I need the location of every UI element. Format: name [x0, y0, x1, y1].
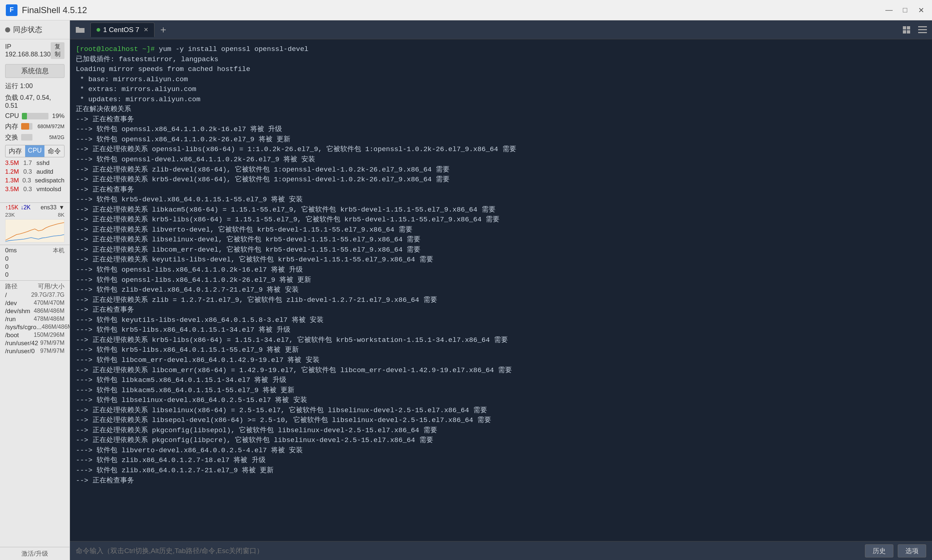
tab-memory[interactable]: 内存	[5, 145, 25, 157]
disk-path: /	[5, 292, 31, 299]
app-title: FinalShell 4.5.12	[22, 5, 884, 15]
terminal-line: --> 正在处理依赖关系 libverto-devel, 它被软件包 krb5-…	[76, 226, 413, 234]
disk-col-path: 路径	[5, 282, 17, 291]
disk-header: 路径 可用/大小	[5, 282, 65, 291]
terminal-line: --> 正在处理依赖关系 libkacm5(x86-64) = 1.15.1-5…	[76, 206, 496, 214]
command-input[interactable]	[76, 547, 861, 555]
svg-rect-6	[918, 32, 927, 33]
svg-rect-3	[907, 30, 910, 34]
disk-section: 路径 可用/大小 / 29.7G/37.7G /dev 470M/470M /d…	[0, 280, 69, 547]
terminal-line: ---> 软件包 openssl.x86_64.1.1.0.2k-16.el7 …	[76, 125, 282, 133]
terminal-line: --> 正在检查事务	[76, 477, 134, 485]
terminal-line: ---> 软件包 zlib.x86_64.0.1.2.7-18.el7 将被 升…	[76, 456, 266, 464]
memory-value: 680M/972M	[35, 123, 65, 129]
latency-zero-rows3: 0	[5, 271, 65, 279]
net-upload: ↑15K	[5, 204, 18, 211]
terminal-line: --> 正在处理依赖关系 openssl-libs(x86-64) = 1:1.…	[76, 145, 516, 153]
terminal-line: ---> 软件包 zlib-devel.x86_64.0.1.2.7-21.el…	[76, 286, 299, 294]
terminal-line: --> 正在处理依赖关系 zlib-devel(x86-64), 它被软件包 1…	[76, 166, 450, 174]
sidebar: 同步状态 IP 192.168.88.130 复制 系统信息 运行 1:00 负…	[0, 20, 70, 560]
latency-value: 0ms	[5, 247, 17, 254]
proc-cpu: 0.3	[23, 186, 37, 193]
maximize-button[interactable]: □	[900, 5, 910, 15]
terminal-line: ---> 软件包 libverto-devel.x86_64.0.0.2.5-4…	[76, 446, 303, 454]
titlebar: F FinalShell 4.5.12 — □ ✕	[0, 0, 932, 20]
disk-size: 150M/296M	[34, 332, 65, 339]
disk-path: /sys/fs/cgro...	[5, 324, 42, 331]
terminal-line: ---> 软件包 keyutils-libs-devel.x86_64.0.1.…	[76, 316, 324, 324]
options-button[interactable]: 选项	[898, 545, 926, 557]
disk-size: 486M/486M	[42, 324, 69, 331]
terminal-line: Loading mirror speeds from cached hostfi…	[76, 65, 250, 73]
latency-v1: 0	[5, 255, 8, 263]
network-section: ↑15K ↓2K ens33 ▼ 23K 8K	[0, 202, 69, 245]
tab-command[interactable]: 命令	[45, 145, 64, 157]
terminal-line: --> 正在处理依赖关系 libselinux(x86-64) = 2.5-15…	[76, 406, 487, 414]
net-dropdown-icon[interactable]: ▼	[59, 204, 65, 211]
sync-status: 同步状态	[0, 20, 69, 39]
app-icon: F	[6, 5, 17, 16]
disk-path: /run/user/0	[5, 348, 40, 355]
terminal-line: --> 正在处理依赖关系 krb5-libs(x86-64) = 1.15.1-…	[76, 215, 499, 223]
process-list: 3.5M 1.7 sshd 1.2M 0.3 auditd 1.3M 0.3 s…	[0, 159, 69, 202]
proc-mem: 1.2M	[5, 168, 23, 175]
folder-button[interactable]	[73, 23, 88, 36]
disk-item: /boot 150M/296M	[5, 331, 65, 339]
terminal-line: * extras: mirrors.aliyun.com	[76, 85, 196, 93]
minimize-button[interactable]: —	[884, 5, 894, 15]
terminal-line: ---> 软件包 libkacm5.x86_64.0.1.15.1-55.el7…	[76, 386, 294, 394]
terminal-line: --> 正在处理依赖关系 libcom_err-devel, 它被软件包 krb…	[76, 246, 421, 254]
disk-item: /run/user/42 97M/97M	[5, 339, 65, 348]
net-mid: 8K	[58, 212, 65, 218]
sync-label: 同步状态	[13, 25, 42, 35]
tab-centos7[interactable]: 1 CentOS 7 ✕	[90, 23, 154, 37]
swap-value: 5M/2G	[35, 134, 65, 140]
terminal-line: --> 正在检查事务	[76, 115, 134, 123]
new-tab-button[interactable]: +	[157, 23, 170, 36]
net-arrows: ↑15K ↓2K	[5, 204, 31, 211]
proc-mem: 3.5M	[5, 186, 23, 193]
ip-label: IP 192.168.88.130	[5, 43, 51, 58]
terminal-line: ---> 软件包 krb5-libs.x86_64.0.1.15.1-34.el…	[76, 326, 290, 334]
history-button[interactable]: 历史	[865, 545, 893, 557]
sync-dot	[5, 27, 10, 32]
latency-zero-rows: 0	[5, 255, 65, 263]
tab-label: 1 CentOS 7	[103, 26, 139, 34]
terminal-line: 正在解决依赖关系	[76, 105, 131, 113]
runtime-label: 运行 1:00	[0, 80, 69, 92]
window-controls: — □ ✕	[884, 5, 926, 15]
terminal-line: --> 正在处理依赖关系 libcom_err(x86-64) = 1.42.9…	[76, 366, 512, 374]
proc-name: vmtoolsd	[37, 186, 65, 193]
latency-tag: 本机	[53, 247, 65, 254]
disk-path: /run	[5, 316, 34, 323]
disk-col-size: 可用/大小	[38, 282, 65, 291]
memory-progress-fill	[21, 123, 29, 130]
right-panel: 1 CentOS 7 ✕ + [ro	[70, 20, 932, 560]
latency-v2: 0	[5, 263, 8, 271]
sysinfo-button[interactable]: 系统信息	[5, 64, 65, 78]
tab-cpu[interactable]: CPU	[25, 145, 45, 157]
net-interface: ens33 ▼	[41, 204, 65, 211]
proc-name: sshd	[37, 160, 65, 167]
copy-button[interactable]: 复制	[51, 42, 65, 59]
latency-row: 0ms 本机	[5, 246, 65, 255]
terminal-line: --> 正在处理依赖关系 keyutils-libs-devel, 它被软件包 …	[76, 255, 433, 264]
grid-icon[interactable]	[900, 23, 913, 36]
disk-size: 470M/470M	[34, 300, 65, 307]
tab-close-button[interactable]: ✕	[143, 26, 148, 33]
list-item: 1.3M 0.3 sedispatch	[0, 176, 69, 185]
terminal-line: ---> 软件包 openssl-libs.x86_64.1.1.0.2k-26…	[76, 276, 311, 284]
menu-icon[interactable]	[916, 23, 929, 36]
terminal-line: --> 正在处理依赖关系 pkgconfig(libsepol), 它被软件包 …	[76, 426, 437, 434]
swap-progress-bar	[21, 134, 32, 140]
sidebar-bottom[interactable]: 激活/升级	[0, 547, 69, 560]
terminal-line: ---> 软件包 libcom_err-devel.x86_64.0.1.42.…	[76, 356, 319, 364]
disk-item: /dev/shm 486M/486M	[5, 307, 65, 315]
proc-cpu: 1.7	[23, 160, 37, 167]
swap-label: 交换	[5, 133, 18, 142]
close-button[interactable]: ✕	[916, 5, 926, 15]
proc-cpu: 0.3	[23, 168, 37, 175]
svg-rect-1	[907, 26, 910, 29]
terminal-line: ---> 软件包 openssl-libs.x86_64.1.1.0.2k-16…	[76, 266, 303, 274]
terminal[interactable]: [root@localhost ~]# yum -y install opens…	[70, 39, 932, 541]
